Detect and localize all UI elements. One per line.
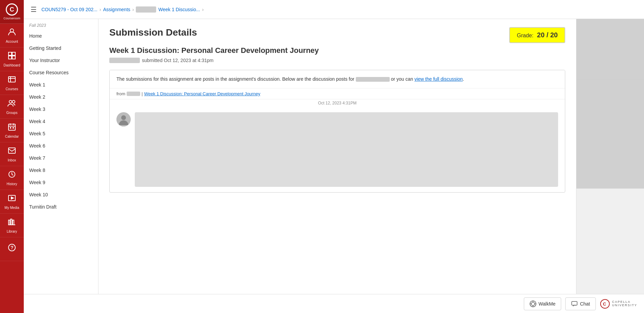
top-bar: ☰ COUN5279 - Oct 09 202... › Assignments… [24, 0, 644, 19]
post-separator: | [142, 91, 143, 96]
sidebar-item-your-instructor[interactable]: Your Instructor [24, 54, 98, 66]
svg-rect-21 [11, 219, 12, 225]
page-title: Submission Details [109, 27, 565, 38]
breadcrumb-sep-2: › [132, 7, 134, 12]
dashboard-icon [7, 51, 16, 62]
post-from-row: from | Week 1 Discussion: Personal Caree… [110, 89, 565, 99]
svg-rect-4 [12, 56, 15, 59]
sidebar-item-turnitin-draft[interactable]: Turnitin Draft [24, 201, 98, 213]
submission-info-or: or you can [391, 76, 413, 82]
svg-text:C: C [603, 301, 606, 307]
svg-rect-3 [8, 56, 12, 59]
my-media-label: My Media [4, 206, 19, 210]
view-full-discussion-link[interactable]: view the full discussion [415, 76, 463, 82]
nav-item-groups[interactable]: Groups [0, 95, 24, 119]
nav-item-library[interactable]: Library [0, 214, 24, 237]
submitted-text: submitted Oct 12, 2023 at 4:31pm [142, 58, 214, 63]
sidebar-item-week4[interactable]: Week 4 [24, 115, 98, 128]
submitter-name-blurred [109, 58, 140, 63]
svg-rect-20 [8, 220, 10, 225]
bottom-bar: WalkMe Chat C CAPELLA UNIVERSITY [24, 294, 644, 313]
svg-marker-19 [11, 196, 14, 200]
account-icon [7, 27, 16, 38]
logo-icon: C [6, 3, 18, 16]
breadcrumb-assignments[interactable]: Assignments [103, 7, 130, 12]
chat-button[interactable]: Chat [565, 297, 596, 310]
sidebar-item-week7[interactable]: Week 7 [24, 152, 98, 164]
left-navigation: C Courseroom Account Dashboard [0, 0, 24, 313]
nav-item-courses[interactable]: Courses [0, 71, 24, 95]
sidebar-item-week3[interactable]: Week 3 [24, 103, 98, 115]
walkme-icon [530, 300, 536, 307]
chat-label: Chat [580, 301, 590, 307]
right-panel [576, 19, 644, 294]
svg-rect-5 [8, 77, 15, 82]
main-content: Submission Details Grade: 20 / 20 Week 1… [98, 19, 576, 294]
help-icon: ? [7, 243, 16, 254]
walkme-button[interactable]: WalkMe [524, 297, 561, 310]
calendar-icon [7, 122, 16, 133]
submission-meta: submitted Oct 12, 2023 at 4:31pm [109, 58, 565, 63]
grade-value: 20 / 20 [537, 31, 558, 39]
history-label: History [6, 182, 17, 186]
nav-item-calendar[interactable]: Calendar [0, 119, 24, 142]
groups-label: Groups [6, 111, 18, 115]
breadcrumb-discussion[interactable]: Week 1 Discussio... [158, 7, 200, 12]
svg-point-27 [121, 115, 126, 120]
svg-rect-22 [13, 220, 14, 225]
content-area: Fall 2023 Home Getting Started Your Inst… [24, 19, 644, 294]
sidebar-item-course-resources[interactable]: Course Resources [24, 66, 98, 79]
breadcrumb-sep-1: › [99, 7, 101, 12]
capella-sub: UNIVERSITY [612, 304, 637, 307]
calendar-label: Calendar [5, 135, 19, 139]
breadcrumb: COUN5279 - Oct 09 202... › Assignments ›… [41, 6, 204, 13]
walkme-label: WalkMe [538, 301, 555, 307]
svg-rect-30 [572, 301, 577, 305]
nav-item-help[interactable]: ? [0, 237, 24, 261]
hamburger-button[interactable]: ☰ [29, 4, 38, 15]
right-panel-bottom-blurred [576, 80, 644, 189]
post-text-blurred [135, 112, 558, 187]
my-media-icon [7, 194, 16, 204]
capella-logo: C CAPELLA UNIVERSITY [600, 299, 637, 309]
grade-badge: Grade: 20 / 20 [509, 27, 565, 43]
breadcrumb-sep-3: › [202, 7, 204, 12]
svg-point-9 [12, 100, 15, 103]
courseroom-logo[interactable]: C Courseroom [0, 0, 24, 24]
from-name-blurred [127, 92, 140, 96]
svg-rect-16 [8, 148, 15, 153]
sidebar-item-home[interactable]: Home [24, 30, 98, 42]
sidebar-item-week2[interactable]: Week 2 [24, 91, 98, 103]
nav-item-history[interactable]: History [0, 166, 24, 190]
history-icon [7, 170, 16, 181]
sidebar-item-week8[interactable]: Week 8 [24, 164, 98, 176]
nav-item-account[interactable]: Account [0, 24, 24, 47]
nav-item-my-media[interactable]: My Media [0, 190, 24, 214]
logo-text: Courseroom [3, 17, 20, 20]
post-title-link[interactable]: Week 1 Discussion: Personal Career Devel… [144, 91, 260, 96]
dashboard-label: Dashboard [4, 63, 20, 67]
post-content-area [110, 107, 565, 192]
grade-label: Grade: [517, 33, 533, 38]
discussion-title: Week 1 Discussion: Personal Career Devel… [109, 46, 565, 55]
sidebar-item-week5[interactable]: Week 5 [24, 128, 98, 140]
post-date: Oct 12, 2023 4:31PM [110, 99, 565, 107]
sidebar-item-week1[interactable]: Week 1 [24, 79, 98, 91]
nav-item-inbox[interactable]: Inbox [0, 142, 24, 166]
sidebar-item-getting-started[interactable]: Getting Started [24, 42, 98, 54]
submission-box-header: The submissions for this assignment are … [110, 70, 565, 89]
courses-label: Courses [5, 87, 18, 91]
svg-point-29 [531, 302, 535, 306]
sidebar-item-week6[interactable]: Week 6 [24, 140, 98, 152]
svg-rect-15 [13, 127, 14, 129]
chat-icon [571, 300, 578, 307]
account-label: Account [6, 40, 18, 44]
nav-item-dashboard[interactable]: Dashboard [0, 47, 24, 71]
svg-rect-14 [10, 127, 11, 129]
sidebar-item-week10[interactable]: Week 10 [24, 189, 98, 201]
from-label: from [116, 91, 125, 96]
sidebar-item-week9[interactable]: Week 9 [24, 176, 98, 189]
course-sidebar: Fall 2023 Home Getting Started Your Inst… [24, 19, 98, 294]
library-label: Library [7, 230, 17, 234]
breadcrumb-course[interactable]: COUN5279 - Oct 09 202... [41, 7, 97, 12]
